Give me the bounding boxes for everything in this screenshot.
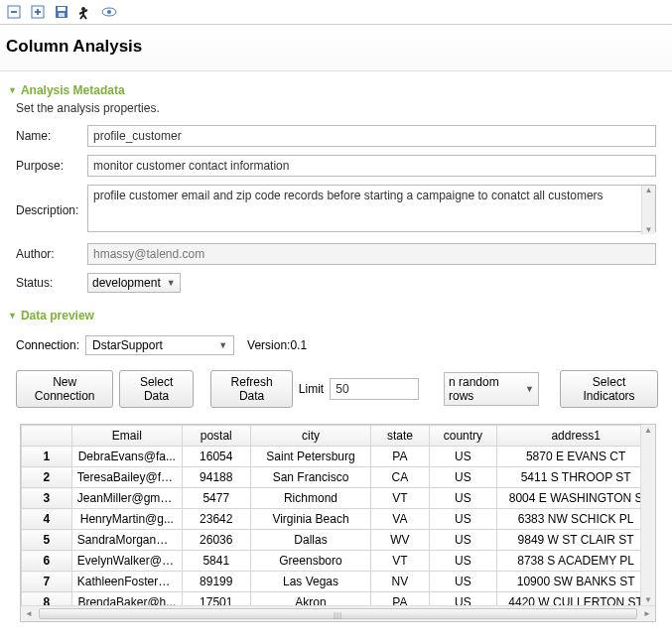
row-number[interactable]: 5	[22, 530, 72, 551]
cell-postal[interactable]: 16054	[182, 447, 250, 467]
cell-country[interactable]: US	[429, 447, 497, 467]
name-input[interactable]	[87, 125, 656, 147]
cell-country[interactable]: US	[429, 509, 497, 530]
status-value: development	[92, 276, 161, 290]
section-preview-header[interactable]: ▼ Data preview	[8, 305, 664, 326]
cell-address1[interactable]: 6383 NW SCHICK PL	[497, 509, 655, 530]
label-status: Status:	[8, 276, 87, 290]
row-number[interactable]: 7	[22, 572, 72, 592]
select-indicators-button[interactable]: Select Indicators	[560, 370, 658, 408]
sampling-mode-select[interactable]: n random rows ▼	[444, 372, 539, 406]
table-row[interactable]: 1DebraEvans@fa...16054Saint PetersburgPA…	[22, 447, 655, 467]
expand-all-icon[interactable]	[30, 4, 46, 20]
connection-select[interactable]: DstarSupport ▼	[85, 335, 234, 355]
refresh-data-button[interactable]: Refresh Data	[210, 370, 292, 408]
cell-address1[interactable]: 10900 SW BANKS ST	[497, 572, 655, 592]
col-header-state[interactable]: state	[371, 426, 429, 447]
row-number[interactable]: 6	[22, 551, 72, 572]
cell-city[interactable]: Dallas	[250, 530, 371, 551]
cell-state[interactable]: CA	[371, 467, 429, 488]
row-number[interactable]: 2	[22, 467, 72, 488]
scroll-up-icon[interactable]: ▲	[642, 186, 655, 194]
cell-email[interactable]: TeresaBailey@fa...	[71, 467, 182, 488]
description-textarea[interactable]	[87, 185, 656, 232]
table-row[interactable]: 6EvelynWalker@g...5841GreensboroVTUS8738…	[22, 551, 655, 572]
version-label: Version:0.1	[240, 334, 314, 356]
cell-address1[interactable]: 8738 S ACADEMY PL	[497, 551, 655, 572]
cell-country[interactable]: US	[429, 572, 497, 592]
scroll-up-icon[interactable]: ▲	[641, 425, 655, 436]
col-header-address1[interactable]: address1	[497, 426, 655, 447]
cell-email[interactable]: JeanMiller@gma...	[71, 488, 182, 509]
data-table-container: Email postal city state country address1…	[20, 424, 656, 622]
table-vscrollbar[interactable]: ▲ ▼	[640, 425, 655, 605]
cell-address1[interactable]: 5870 E EVANS CT	[497, 447, 655, 467]
scroll-down-icon[interactable]: ▼	[642, 225, 655, 234]
scroll-right-icon[interactable]: ►	[639, 609, 655, 618]
cell-city[interactable]: Richmond	[250, 488, 371, 509]
limit-input[interactable]	[330, 378, 419, 400]
section-metadata-header[interactable]: ▼ Analysis Metadata	[8, 79, 664, 101]
cell-country[interactable]: US	[429, 488, 497, 509]
chevron-down-icon: ▼	[8, 311, 17, 321]
run-icon[interactable]	[77, 4, 93, 20]
cell-address1[interactable]: 8004 E WASHINGTON S	[497, 488, 655, 509]
cell-email[interactable]: HenryMartin@g...	[71, 509, 182, 530]
cell-state[interactable]: VT	[371, 551, 429, 572]
cell-email[interactable]: SandraMorgan@...	[71, 530, 182, 551]
status-select[interactable]: development ▼	[87, 273, 181, 293]
cell-city[interactable]: Saint Petersburg	[250, 447, 371, 467]
new-connection-button[interactable]: New Connection	[16, 370, 113, 408]
textarea-scrollbar[interactable]: ▲▼	[641, 186, 655, 234]
scroll-down-icon[interactable]: ▼	[641, 594, 655, 605]
row-number[interactable]: 4	[22, 509, 72, 530]
cell-city[interactable]: Greensboro	[250, 551, 371, 572]
hscroll-thumb[interactable]: |||	[39, 608, 637, 619]
scroll-left-icon[interactable]: ◄	[21, 609, 37, 618]
cell-state[interactable]: VT	[371, 488, 429, 509]
cell-country[interactable]: US	[429, 530, 497, 551]
cell-postal[interactable]: 5841	[182, 551, 250, 572]
cell-state[interactable]: VA	[371, 509, 429, 530]
purpose-input[interactable]	[87, 155, 656, 177]
table-row[interactable]: 7KathleenFoster@...89199Las VegasNVUS109…	[22, 572, 655, 592]
table-row[interactable]: 3JeanMiller@gma...5477RichmondVTUS8004 E…	[22, 488, 655, 509]
cell-address1[interactable]: 5411 S THROOP ST	[497, 467, 655, 488]
collapse-all-icon[interactable]	[6, 4, 22, 20]
eye-icon[interactable]	[101, 4, 117, 20]
cell-postal[interactable]: 89199	[182, 572, 250, 592]
cell-country[interactable]: US	[429, 467, 497, 488]
cell-email[interactable]: DebraEvans@fa...	[71, 447, 182, 467]
cell-postal[interactable]: 23642	[182, 509, 250, 530]
svg-rect-7	[59, 13, 65, 17]
save-icon[interactable]	[54, 4, 69, 20]
cell-state[interactable]: PA	[371, 447, 429, 467]
label-name: Name:	[8, 129, 87, 143]
cell-address1[interactable]: 9849 W ST CLAIR ST	[497, 530, 655, 551]
top-toolbar	[0, 0, 672, 25]
row-number[interactable]: 3	[22, 488, 72, 509]
cell-country[interactable]: US	[429, 551, 497, 572]
cell-email[interactable]: KathleenFoster@...	[71, 572, 182, 592]
select-data-button[interactable]: Select Data	[119, 370, 194, 408]
cell-state[interactable]: NV	[371, 572, 429, 592]
cell-postal[interactable]: 94188	[182, 467, 250, 488]
cell-email[interactable]: EvelynWalker@g...	[71, 551, 182, 572]
cell-city[interactable]: Virginia Beach	[250, 509, 371, 530]
col-header-country[interactable]: country	[429, 426, 497, 447]
table-row[interactable]: 2TeresaBailey@fa...94188San FranciscoCAU…	[22, 467, 655, 488]
table-hscrollbar[interactable]: ◄ ||| ►	[21, 605, 655, 621]
cell-state[interactable]: WV	[371, 530, 429, 551]
col-header-postal[interactable]: postal	[182, 426, 250, 447]
cell-city[interactable]: San Francisco	[250, 467, 371, 488]
row-number-header[interactable]	[22, 426, 72, 447]
cell-city[interactable]: Las Vegas	[250, 572, 371, 592]
table-row[interactable]: 5SandraMorgan@...26036DallasWVUS9849 W S…	[22, 530, 655, 551]
row-number[interactable]: 1	[22, 447, 72, 467]
label-description: Description:	[8, 203, 87, 217]
cell-postal[interactable]: 5477	[182, 488, 250, 509]
table-row[interactable]: 4HenryMartin@g...23642Virginia BeachVAUS…	[22, 509, 655, 530]
col-header-city[interactable]: city	[250, 426, 371, 447]
col-header-email[interactable]: Email	[71, 426, 182, 447]
cell-postal[interactable]: 26036	[182, 530, 250, 551]
